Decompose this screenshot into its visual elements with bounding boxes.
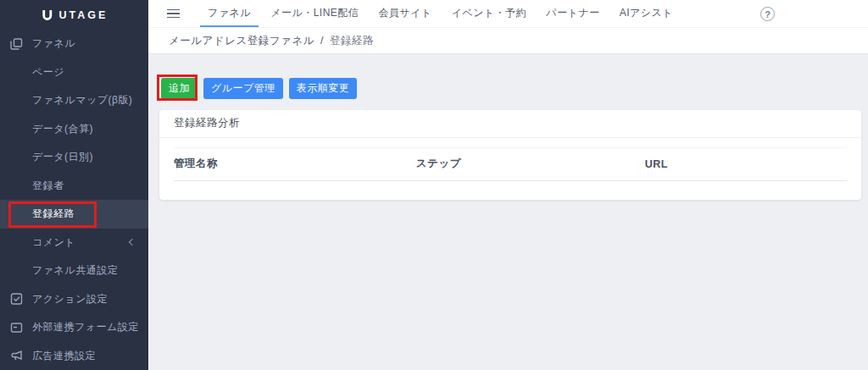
sidebar-item-ad-link-settings[interactable]: 広告連携設定	[0, 342, 148, 370]
registration-route-analysis-panel: 登録経路分析 管理名称 ステップ URL	[159, 110, 861, 200]
app-logo[interactable]: UTAGE	[0, 0, 148, 30]
panel-body: 管理名称 ステップ URL	[159, 147, 861, 200]
funnel-pages-icon	[9, 36, 24, 51]
sidebar-item-data-daily[interactable]: データ(日別)	[0, 143, 148, 172]
table-header-row: 管理名称 ステップ URL	[174, 148, 847, 181]
hamburger-menu-icon[interactable]	[167, 9, 180, 19]
sidebar-item-label: 外部連携フォーム設定	[32, 320, 139, 334]
sidebar-item-action-settings[interactable]: アクション設定	[0, 285, 148, 314]
display-order-button[interactable]: 表示順変更	[289, 78, 358, 99]
sidebar-item-external-form-settings[interactable]: 外部連携フォーム設定	[0, 313, 148, 342]
sidebar-item-label: 登録者	[32, 179, 64, 193]
sidebar-item-comments[interactable]: コメント	[0, 229, 148, 257]
megaphone-icon	[9, 349, 24, 363]
tab-member-site[interactable]: 会員サイト	[370, 0, 439, 27]
add-button[interactable]: 追加	[161, 78, 198, 99]
breadcrumb-current: 登録経路	[330, 34, 374, 48]
tab-ai-assist[interactable]: AIアシスト	[612, 0, 681, 27]
sidebar: UTAGE ファネル ページ ファネルマップ(β版) データ(合算) データ(日…	[0, 0, 148, 370]
sidebar-item-funnel-common-settings[interactable]: ファネル共通設定	[0, 257, 148, 285]
column-header-step: ステップ	[416, 148, 645, 181]
top-header: ファネル メール・LINE配信 会員サイト イベント・予約 パートナー AIアシ…	[148, 0, 868, 54]
sidebar-item-label: ファネル	[32, 36, 75, 51]
sidebar-item-data-total[interactable]: データ(合算)	[0, 115, 148, 144]
column-header-management-name: 管理名称	[174, 148, 416, 181]
sidebar-item-pages[interactable]: ページ	[0, 58, 148, 87]
checkbox-icon	[9, 292, 24, 306]
sidebar-item-label: アクション設定	[32, 292, 108, 306]
sidebar-item-funnel[interactable]: ファネル	[0, 30, 148, 58]
sidebar-item-label: コメント	[32, 235, 75, 250]
group-manage-button[interactable]: グループ管理	[203, 78, 283, 99]
panel-title: 登録経路分析	[159, 110, 861, 138]
sidebar-item-funnel-map[interactable]: ファネルマップ(β版)	[0, 86, 148, 115]
tab-partner[interactable]: パートナー	[538, 0, 607, 27]
app-logo-text: UTAGE	[59, 9, 108, 21]
sidebar-item-label: ページ	[32, 65, 64, 80]
main-content: 追加 グループ管理 表示順変更 登録経路分析 管理名称 ステップ URL	[148, 54, 868, 370]
tab-event-reservation[interactable]: イベント・予約	[444, 0, 535, 27]
breadcrumb-separator: /	[320, 35, 324, 47]
registration-route-table: 管理名称 ステップ URL	[174, 147, 847, 181]
sidebar-item-label: 広告連携設定	[32, 349, 96, 363]
sidebar-item-label: データ(日別)	[32, 150, 93, 164]
breadcrumb-parent[interactable]: メールアドレス登録ファネル	[169, 34, 314, 48]
tab-mail-line[interactable]: メール・LINE配信	[263, 0, 366, 27]
sidebar-menu: ファネル ページ ファネルマップ(β版) データ(合算) データ(日別) 登録者…	[0, 30, 148, 370]
sidebar-item-label: ファネル共通設定	[32, 263, 118, 278]
sidebar-item-registration-route[interactable]: 登録経路	[0, 200, 148, 229]
breadcrumb: メールアドレス登録ファネル / 登録経路	[148, 28, 868, 54]
utage-logo-icon	[41, 8, 53, 22]
tab-funnel[interactable]: ファネル	[200, 0, 259, 27]
form-icon	[9, 320, 24, 334]
chevron-left-icon	[129, 239, 136, 246]
top-navbar: ファネル メール・LINE配信 会員サイト イベント・予約 パートナー AIアシ…	[148, 0, 868, 28]
sidebar-item-label: ファネルマップ(β版)	[32, 93, 132, 108]
column-header-url: URL	[645, 148, 847, 181]
sidebar-item-label: データ(合算)	[32, 122, 93, 136]
toolbar: 追加 グループ管理 表示順変更	[161, 78, 357, 99]
help-icon[interactable]: ?	[760, 7, 775, 21]
sidebar-item-label: 登録経路	[32, 207, 75, 221]
sidebar-item-registrants[interactable]: 登録者	[0, 172, 148, 201]
